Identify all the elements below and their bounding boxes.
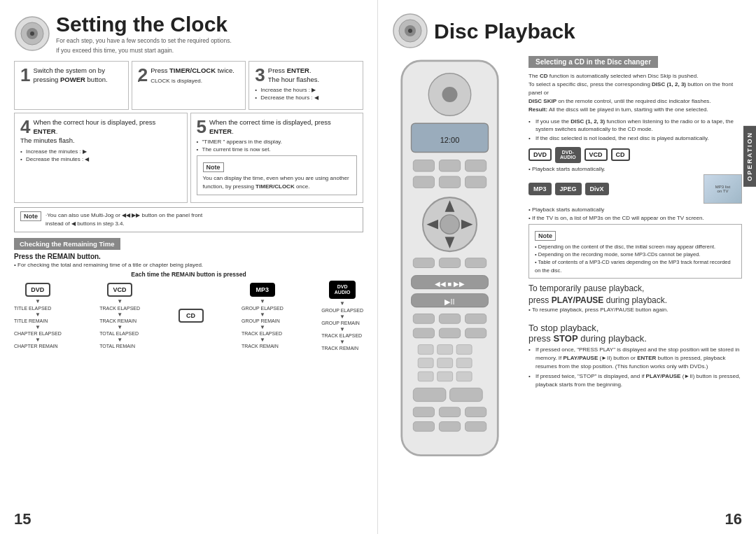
- svg-point-20: [440, 215, 460, 234]
- right-note-text: • Depending on the content of the disc, …: [535, 243, 736, 274]
- pause-section: To temporarily pause playback, press PLA…: [392, 283, 742, 313]
- pause-text: To temporarily pause playback, press PLA…: [528, 283, 742, 307]
- bottom-note-label: Note: [20, 211, 41, 221]
- left-subtitle-1: For each step, you have a few seconds to…: [56, 37, 232, 45]
- svg-rect-35: [413, 328, 434, 338]
- pause-sub: • To resume playback, press PLAY/PAUSE b…: [528, 307, 742, 313]
- svg-rect-42: [438, 358, 453, 368]
- right-bottom: To temporarily pause playback, press PLA…: [392, 283, 742, 318]
- step-3-number: 3: [255, 66, 265, 84]
- dvd-t2: TITLE REMAIN: [14, 318, 62, 323]
- step-4-number: 4: [20, 118, 30, 136]
- check-section: Checking the Remaining Time Press the RE…: [14, 237, 363, 350]
- remote-container: 12:00: [392, 56, 511, 463]
- dvd-t3: CHAPTER ELAPSED: [14, 331, 62, 336]
- svg-rect-25: [413, 258, 434, 268]
- remain-diagram: DVD ▼ TITLE ELAPSED ▼ TITLE REMAIN ▼ CHA…: [14, 281, 363, 350]
- step-4-text: When the correct hour is displayed, pres…: [20, 118, 181, 146]
- svg-rect-50: [439, 407, 460, 417]
- right-header: Disc Playback: [392, 13, 742, 49]
- svg-rect-26: [439, 258, 460, 268]
- stop-bullet-1: If pressed once, "PRESS PLAY" is display…: [528, 346, 742, 371]
- left-page: Setting the Clock For each step, you hav…: [0, 0, 378, 534]
- left-subtitle-2: If you exceed this time, you must start …: [56, 47, 232, 55]
- step-2: 2 Press TIMER/CLOCK twice. CLOCK is disp…: [132, 61, 246, 110]
- svg-rect-45: [438, 372, 453, 381]
- right-page-number: 16: [725, 510, 742, 528]
- step-4-bullet-2: Decrease the minutes : ◀: [20, 156, 181, 162]
- right-content: Selecting a CD in the Disc changer The C…: [528, 55, 742, 279]
- step-3-bullets: Increase the hours : ▶ Decrease the hour…: [255, 87, 357, 101]
- format-dvd-audio: DVDAUDIO: [329, 281, 356, 298]
- svg-rect-46: [456, 372, 472, 381]
- svg-rect-16: [413, 176, 434, 188]
- svg-rect-17: [439, 176, 460, 188]
- speaker-icon: [14, 15, 50, 52]
- bottom-note-text: ·You can also use Multi-Jog or ◀◀ ▶▶ but…: [46, 211, 202, 228]
- step-3-bullet-1: Increase the hours : ▶: [255, 87, 357, 93]
- vcd-tracks: TRACK ELAPSED ▼ TRACK REMAIN ▼ TOTAL ELA…: [99, 306, 140, 349]
- format-row-2: MP3 JPEG DivX MP3 liston TV: [528, 174, 742, 204]
- step-3-bullet-2: Decrease the hours : ◀: [255, 94, 357, 101]
- playback-note-1: • Playback starts automatically.: [528, 166, 742, 172]
- dvd-audio-tracks: GROUP ELAPSED ▼ GROUP REMAIN ▼ TRACK ELA…: [321, 308, 363, 351]
- badge-mp3: MP3: [528, 183, 552, 195]
- remain-title: Press the REMAIN button.: [14, 253, 363, 260]
- svg-rect-13: [413, 160, 434, 172]
- right-speaker-icon: [392, 13, 428, 49]
- right-page: Disc Playback 12:00: [378, 0, 756, 534]
- svg-rect-51: [465, 407, 486, 417]
- svg-rect-36: [439, 328, 460, 338]
- left-page-number: 15: [14, 510, 31, 528]
- dvd-tracks: TITLE ELAPSED ▼ TITLE REMAIN ▼ CHAPTER E…: [14, 306, 62, 349]
- stop-bullet-2: If pressed twice, "STOP" is displayed, a…: [528, 372, 742, 389]
- svg-rect-44: [418, 372, 433, 381]
- dvd-t4: CHAPTER REMAIN: [14, 344, 62, 349]
- step-3-text: Press ENTER.The hour flashes.: [255, 66, 357, 85]
- step-1: 1 Switch the system on by pressing POWER…: [14, 61, 129, 110]
- bottom-note: Note ·You can also use Multi-Jog or ◀◀ ▶…: [14, 207, 363, 232]
- mp3-tracks: GROUP ELAPSED ▼ GROUP REMAIN ▼ TRACK ELA…: [241, 306, 284, 349]
- format-row-1: DVD DVD-AUDIO VCD CD: [528, 147, 742, 163]
- step-2-bullets: CLOCK is displayed.: [138, 78, 240, 84]
- step-5-note-label: Note: [203, 162, 224, 172]
- dvd-t1: TITLE ELAPSED: [14, 306, 62, 311]
- format-cd: CD: [178, 309, 204, 323]
- right-note-label: Note: [535, 231, 556, 241]
- svg-rect-52: [413, 422, 434, 432]
- svg-rect-40: [456, 345, 472, 355]
- svg-rect-41: [418, 358, 433, 368]
- step-5-note: Note You can display the time, even when…: [197, 155, 358, 195]
- svg-rect-53: [439, 422, 460, 432]
- badge-jpeg: JPEG: [555, 183, 582, 195]
- svg-point-3: [30, 31, 34, 36]
- svg-rect-54: [465, 422, 486, 432]
- svg-rect-18: [465, 176, 486, 188]
- step-1-number: 1: [20, 66, 30, 84]
- step-5: 5 When the correct time is displayed, pr…: [190, 113, 364, 204]
- step-4: 4 When the correct hour is displayed, pr…: [14, 113, 188, 204]
- right-note-box: Note • Depending on the content of the d…: [528, 224, 742, 279]
- mp3-screen-thumbnail: MP3 liston TV: [704, 174, 742, 204]
- badge-vcd: VCD: [584, 148, 608, 161]
- badge-divx: DivX: [585, 183, 609, 195]
- svg-rect-14: [439, 160, 460, 172]
- svg-rect-38: [418, 345, 433, 355]
- format-dvd: DVD: [25, 283, 50, 297]
- svg-rect-15: [465, 160, 486, 172]
- format-vcd: VCD: [107, 283, 132, 297]
- remote-svg: 12:00: [392, 56, 507, 461]
- select-cd-para1: The CD function is automatically selecte…: [528, 72, 742, 114]
- steps-row2: 4 When the correct hour is displayed, pr…: [14, 113, 363, 204]
- svg-text:12:00: 12:00: [440, 136, 460, 144]
- left-page-title: Setting the Clock: [56, 13, 232, 36]
- step-4-bullets: Increase the minutes : ▶ Decrease the mi…: [20, 148, 181, 162]
- select-cd-bullet-2: If the disc selected is not loaded, the …: [528, 134, 742, 142]
- operation-tab: OPERATION: [743, 126, 756, 187]
- badge-dvd-audio: DVD-AUDIO: [555, 147, 581, 163]
- select-cd-bullets: If you use the DISC (1, 2, 3) function w…: [528, 118, 742, 143]
- select-cd-header: Selecting a CD in the Disc changer: [528, 56, 658, 68]
- step-2-text: Press TIMER/CLOCK twice.: [138, 66, 240, 75]
- step-5-bullet-2: The current time is now set.: [197, 146, 358, 153]
- steps-row1: 1 Switch the system on by pressing POWER…: [14, 61, 363, 110]
